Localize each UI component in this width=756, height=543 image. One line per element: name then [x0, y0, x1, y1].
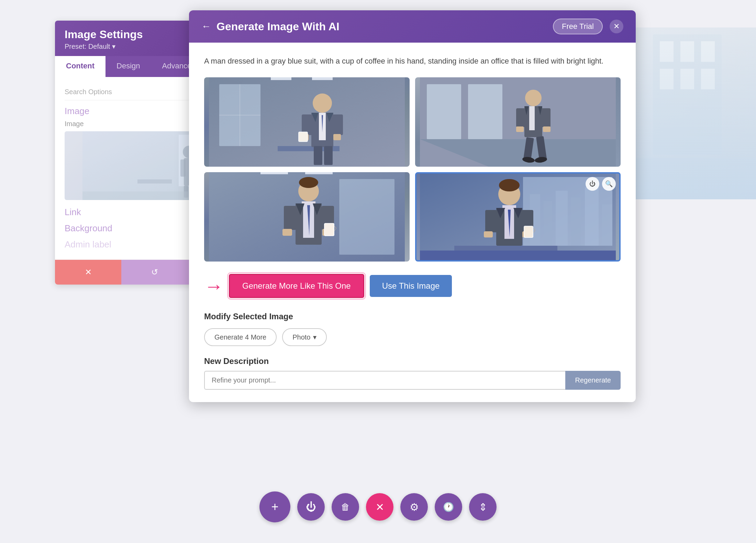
- svg-point-69: [299, 177, 318, 188]
- svg-rect-54: [516, 108, 525, 127]
- svg-rect-106: [524, 226, 533, 237]
- gear-button[interactable]: ⚙: [400, 493, 428, 521]
- modal-header-right: Free Trial ✕: [553, 19, 623, 34]
- svg-rect-23: [271, 77, 291, 80]
- svg-rect-47: [427, 84, 461, 139]
- style-select[interactable]: Photo ▾: [282, 328, 327, 346]
- grid-image-4[interactable]: ⏻ 🔍: [415, 172, 621, 262]
- svg-point-29: [313, 93, 332, 113]
- svg-rect-88: [571, 198, 581, 246]
- free-trial-badge[interactable]: Free Trial: [553, 19, 603, 34]
- svg-rect-103: [484, 231, 493, 237]
- grid-image-2[interactable]: [415, 77, 621, 167]
- new-description-heading: New Description: [204, 356, 621, 366]
- modal-title: Generate Image With AI: [216, 20, 340, 33]
- image-power-button[interactable]: ⏻: [586, 177, 599, 191]
- svg-rect-4: [680, 41, 694, 62]
- arrow-indicator: [204, 275, 223, 297]
- refine-input[interactable]: [204, 371, 565, 390]
- svg-rect-7: [680, 69, 694, 89]
- image-search-button[interactable]: 🔍: [602, 177, 616, 191]
- tab-content[interactable]: Content: [55, 56, 105, 77]
- action-row: Generate More Like This One Use This Ima…: [204, 274, 621, 298]
- svg-rect-24: [312, 77, 333, 80]
- svg-rect-90: [602, 204, 612, 246]
- modal-header: ← Generate Image With AI Free Trial ✕: [189, 10, 636, 43]
- svg-rect-36: [333, 114, 343, 135]
- trash-button[interactable]: 🗑: [332, 493, 359, 521]
- svg-rect-15: [180, 159, 186, 177]
- svg-rect-91: [454, 246, 557, 251]
- svg-rect-8: [701, 69, 715, 89]
- svg-rect-3: [660, 41, 674, 62]
- svg-rect-51: [529, 106, 535, 130]
- close-button[interactable]: ✕: [366, 493, 393, 521]
- regenerate-button[interactable]: Regenerate: [565, 371, 621, 390]
- svg-rect-48: [468, 84, 502, 139]
- svg-rect-89: [585, 187, 599, 246]
- divi-toolbar: + ⏻ 🗑 ✕ ⚙ 🕐 ⇕: [259, 491, 497, 522]
- cancel-button[interactable]: ✕: [55, 260, 121, 285]
- power-button[interactable]: ⏻: [297, 493, 325, 521]
- svg-rect-76: [284, 206, 296, 230]
- svg-point-49: [525, 90, 542, 106]
- grid-image-3[interactable]: [204, 172, 410, 262]
- svg-rect-41: [314, 146, 322, 165]
- svg-rect-101: [485, 210, 497, 232]
- svg-rect-64: [340, 179, 394, 255]
- modify-controls: Generate 4 More Photo ▾: [204, 328, 621, 346]
- ai-modal: ← Generate Image With AI Free Trial ✕ A …: [189, 10, 636, 402]
- svg-rect-2: [653, 34, 722, 155]
- svg-rect-55: [542, 108, 551, 127]
- panel-title: Image Settings: [65, 28, 143, 41]
- panel-preset: Preset: Default ▾: [65, 42, 143, 51]
- modal-body: A man dressed in a gray blue suit, with …: [189, 43, 636, 402]
- svg-rect-86: [544, 201, 552, 246]
- svg-rect-92: [420, 251, 616, 262]
- svg-rect-6: [660, 69, 674, 89]
- prompt-text: A man dressed in a gray blue suit, with …: [204, 55, 621, 67]
- use-image-button[interactable]: Use This Image: [370, 275, 452, 297]
- modal-header-left: ← Generate Image With AI: [201, 20, 340, 33]
- svg-rect-66: [260, 172, 288, 174]
- generate-more-button[interactable]: Generate More Like This One: [229, 274, 364, 298]
- svg-rect-81: [325, 224, 334, 235]
- tab-design[interactable]: Design: [105, 56, 151, 77]
- svg-rect-70: [302, 201, 315, 203]
- refine-row: Regenerate: [204, 371, 621, 390]
- modal-close-button[interactable]: ✕: [610, 20, 623, 33]
- modify-heading: Modify Selected Image: [204, 312, 621, 321]
- svg-rect-57: [543, 126, 551, 132]
- image-grid: ⏻ 🔍: [204, 77, 621, 262]
- generate-4-button[interactable]: Generate 4 More: [204, 328, 277, 346]
- svg-rect-56: [516, 126, 524, 132]
- history-button[interactable]: 🕐: [435, 493, 462, 521]
- svg-rect-95: [502, 205, 516, 208]
- add-button[interactable]: +: [259, 491, 290, 522]
- svg-rect-39: [299, 132, 307, 141]
- svg-rect-5: [701, 41, 715, 62]
- undo-button[interactable]: ↺: [121, 260, 188, 285]
- svg-rect-87: [556, 191, 568, 246]
- svg-point-94: [499, 179, 520, 191]
- grid-image-1[interactable]: [204, 77, 410, 167]
- svg-rect-67: [305, 172, 333, 174]
- svg-rect-78: [282, 229, 292, 236]
- back-button[interactable]: ←: [201, 21, 211, 32]
- svg-rect-20: [137, 179, 172, 184]
- dropdown-arrow-icon: ▾: [313, 333, 316, 341]
- svg-rect-17: [184, 186, 188, 198]
- columns-button[interactable]: ⇕: [469, 493, 497, 521]
- svg-rect-42: [324, 146, 333, 165]
- svg-rect-40: [333, 134, 341, 140]
- image-overlay: ⏻ 🔍: [586, 177, 616, 191]
